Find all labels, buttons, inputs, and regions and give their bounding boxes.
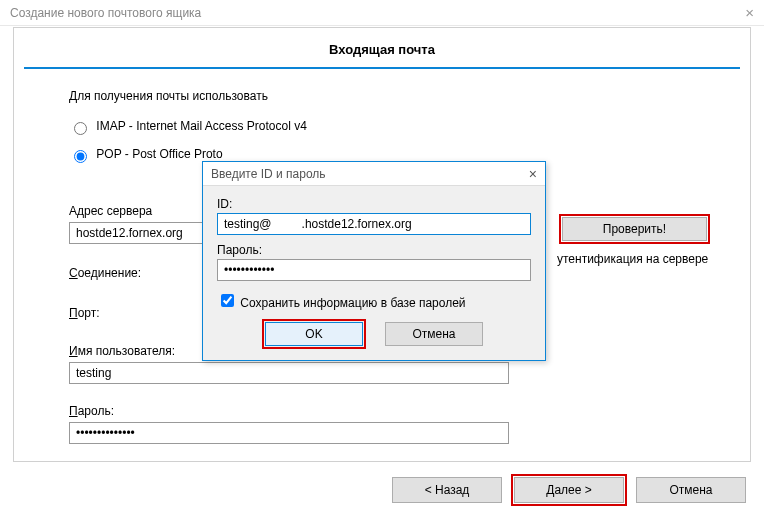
back-button[interactable]: < Назад <box>392 477 502 503</box>
dialog-buttons: OK Отмена <box>217 322 531 346</box>
connection-label: Соединение: <box>69 266 219 280</box>
password-input[interactable] <box>69 422 509 444</box>
section-title: Входящая почта <box>24 28 740 69</box>
dialog-password-input[interactable] <box>217 259 531 281</box>
dialog-password-label: Пароль: <box>217 243 531 257</box>
password-label: Пароль: <box>69 404 720 418</box>
port-label: Порт: <box>69 306 219 320</box>
wizard-buttons: < Назад Далее > Отмена <box>392 477 746 503</box>
save-password-checkbox[interactable] <box>221 294 234 307</box>
id-input[interactable] <box>217 213 531 235</box>
verify-button[interactable]: Проверить! <box>562 217 707 241</box>
protocol-imap-label: IMAP - Internet Mail Access Protocol v4 <box>96 119 307 133</box>
dialog-cancel-button[interactable]: Отмена <box>385 322 483 346</box>
password-row: Пароль: <box>69 404 720 444</box>
id-label: ID: <box>217 197 531 211</box>
protocol-pop-radio[interactable] <box>74 150 87 163</box>
dialog-title: Введите ID и пароль <box>211 167 326 181</box>
window-titlebar: Создание нового почтового ящика × <box>0 0 764 26</box>
window-title: Создание нового почтового ящика <box>10 6 201 20</box>
credentials-dialog: Введите ID и пароль × ID: Пароль: Сохран… <box>202 161 546 361</box>
auth-suffix-text: утентификация на сервере <box>557 252 708 266</box>
protocol-intro: Для получения почты использовать <box>69 89 720 103</box>
save-password-label: Сохранить информацию в базе паролей <box>240 296 465 310</box>
ok-button[interactable]: OK <box>265 322 363 346</box>
dialog-close-icon[interactable]: × <box>529 166 537 182</box>
protocol-pop-label: POP - Post Office Proto <box>96 147 222 161</box>
protocol-imap-row[interactable]: IMAP - Internet Mail Access Protocol v4 <box>69 113 720 141</box>
save-password-row[interactable]: Сохранить информацию в базе паролей <box>217 291 531 310</box>
next-button[interactable]: Далее > <box>514 477 624 503</box>
protocol-imap-radio[interactable] <box>74 122 87 135</box>
close-icon[interactable]: × <box>745 5 754 20</box>
username-input[interactable] <box>69 362 509 384</box>
dialog-body: ID: Пароль: Сохранить информацию в базе … <box>203 186 545 360</box>
cancel-button[interactable]: Отмена <box>636 477 746 503</box>
dialog-titlebar: Введите ID и пароль × <box>203 162 545 186</box>
